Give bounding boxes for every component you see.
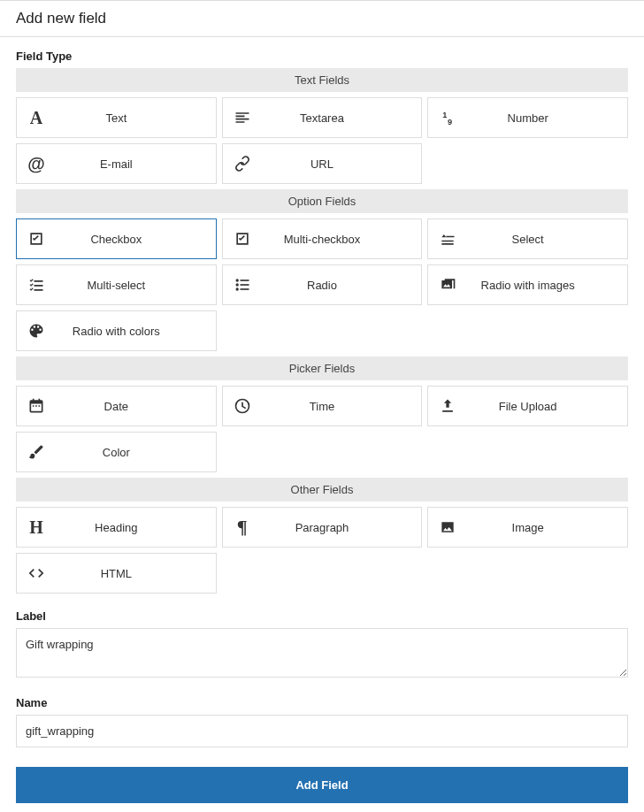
paragraph-icon: ¶ [230, 517, 255, 538]
field-type-url[interactable]: URL [222, 143, 423, 184]
multi-checkbox-icon [230, 228, 255, 249]
name-field-label: Name [16, 696, 628, 709]
field-type-file-upload[interactable]: File Upload [427, 386, 628, 426]
field-type-textarea-label: Textarea [255, 111, 415, 125]
field-type-email-label: E-mail [49, 157, 209, 171]
at-icon: @ [24, 153, 49, 174]
palette-icon [24, 320, 49, 341]
page-title: Add new field [16, 10, 628, 27]
svg-point-2 [235, 279, 238, 281]
field-type-multi-checkbox-label: Multi-checkbox [255, 233, 415, 246]
field-type-select[interactable]: Select [427, 218, 628, 259]
field-type-image[interactable]: Image [427, 507, 628, 548]
clock-icon [230, 395, 255, 417]
field-type-radio-label: Radio [255, 279, 415, 292]
select-icon [435, 228, 460, 249]
modal-header: Add new field [0, 0, 644, 37]
field-type-date-label: Date [49, 400, 209, 413]
image-icon [435, 517, 460, 538]
upload-icon [435, 395, 460, 417]
section-header-other: Other Fields [16, 478, 628, 502]
label-input[interactable] [16, 628, 628, 678]
name-input[interactable] [16, 715, 628, 747]
field-type-color-label: Color [49, 446, 209, 459]
section-header-option: Option Fields [16, 189, 628, 213]
field-type-textarea[interactable]: Textarea [222, 97, 423, 138]
field-type-url-label: URL [255, 157, 415, 171]
link-icon [230, 153, 255, 174]
code-icon [24, 563, 49, 584]
number-icon: 19 [435, 107, 460, 128]
field-type-number-label: Number [460, 111, 620, 125]
section-header-picker: Picker Fields [16, 356, 628, 380]
field-type-paragraph[interactable]: ¶ Paragraph [222, 507, 423, 548]
field-type-color[interactable]: Color [16, 432, 217, 472]
field-type-paragraph-label: Paragraph [255, 521, 415, 534]
field-type-email[interactable]: @ E-mail [16, 143, 217, 184]
field-type-radio[interactable]: Radio [222, 264, 423, 305]
field-type-heading-label: Heading [49, 521, 209, 534]
svg-text:1: 1 [442, 111, 447, 119]
svg-point-4 [235, 287, 238, 290]
field-type-multi-select[interactable]: Multi-select [16, 264, 217, 305]
svg-point-3 [235, 283, 238, 286]
images-icon [435, 274, 460, 295]
field-type-file-upload-label: File Upload [460, 400, 620, 413]
field-type-multi-checkbox[interactable]: Multi-checkbox [222, 218, 423, 259]
label-field-label: Label [16, 609, 628, 623]
field-type-date[interactable]: Date [16, 386, 217, 426]
field-type-checkbox[interactable]: Checkbox [16, 218, 217, 259]
radio-list-icon [230, 274, 255, 295]
svg-text:9: 9 [448, 118, 452, 126]
checkbox-icon [24, 228, 49, 249]
field-type-image-label: Image [460, 521, 620, 534]
add-field-button[interactable]: Add Field [16, 767, 628, 803]
brush-icon [24, 441, 49, 463]
text-icon: A [24, 107, 49, 128]
field-type-time[interactable]: Time [222, 386, 423, 426]
calendar-icon [24, 395, 49, 417]
field-type-html[interactable]: HTML [16, 553, 217, 594]
multi-select-icon [24, 274, 49, 295]
field-type-label: Field Type [16, 50, 628, 63]
field-type-time-label: Time [255, 400, 415, 413]
section-header-text: Text Fields [16, 68, 628, 92]
field-type-select-label: Select [460, 233, 620, 246]
field-type-radio-colors-label: Radio with colors [49, 325, 209, 338]
field-type-html-label: HTML [49, 567, 209, 580]
align-left-icon [230, 107, 255, 128]
field-type-heading[interactable]: H Heading [16, 507, 217, 548]
field-type-number[interactable]: 19 Number [427, 97, 628, 138]
heading-icon: H [24, 517, 49, 538]
field-type-radio-images-label: Radio with images [460, 279, 620, 292]
field-type-text-label: Text [49, 111, 209, 125]
field-type-multi-select-label: Multi-select [49, 279, 209, 292]
field-type-checkbox-label: Checkbox [49, 233, 209, 246]
field-type-radio-images[interactable]: Radio with images [427, 264, 628, 305]
field-type-text[interactable]: A Text [16, 97, 217, 138]
field-type-radio-colors[interactable]: Radio with colors [16, 310, 217, 351]
